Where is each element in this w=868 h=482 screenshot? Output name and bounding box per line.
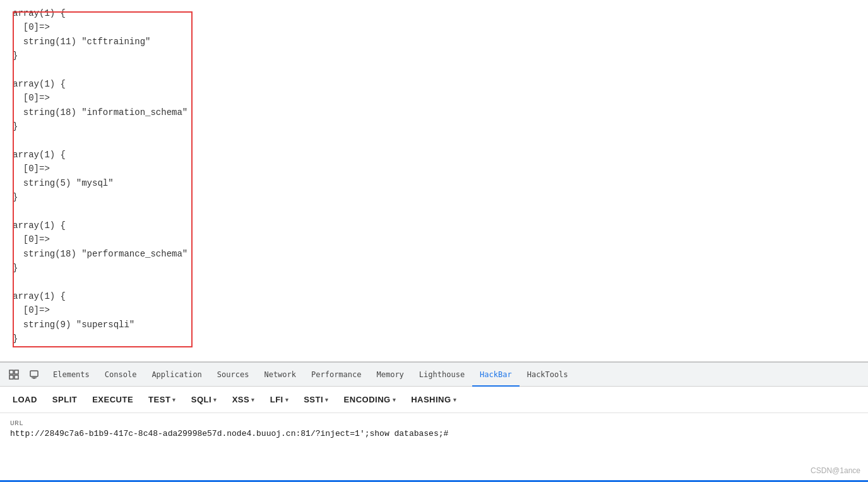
tab-hacktools[interactable]: HackTools bbox=[520, 363, 576, 387]
ssti-button[interactable]: SSTI ▾ bbox=[299, 392, 333, 407]
xss-dropdown-arrow: ▾ bbox=[251, 397, 255, 403]
inspect-icon-btn[interactable] bbox=[5, 366, 23, 383]
code-output: array(1) { [0]=> string(11) "ctftraining… bbox=[13, 6, 855, 361]
encoding-dropdown-arrow: ▾ bbox=[393, 397, 396, 403]
execute-button[interactable]: EXECUTE bbox=[87, 392, 138, 407]
svg-rect-2 bbox=[9, 375, 13, 379]
url-section: URL http://2849c7a6-b1b9-417c-8c48-ada29… bbox=[0, 413, 868, 480]
ssti-dropdown-arrow: ▾ bbox=[325, 397, 329, 403]
tab-hackbar[interactable]: HackBar bbox=[472, 363, 520, 387]
lfi-dropdown-arrow: ▾ bbox=[285, 397, 289, 403]
tab-sources[interactable]: Sources bbox=[210, 363, 257, 387]
tab-performance[interactable]: Performance bbox=[304, 363, 369, 387]
svg-rect-4 bbox=[30, 371, 38, 377]
lfi-button[interactable]: LFI ▾ bbox=[265, 392, 294, 407]
test-dropdown-arrow: ▾ bbox=[172, 397, 176, 403]
devtools-panel: Elements Console Application Sources Net… bbox=[0, 362, 868, 482]
url-label: URL bbox=[10, 419, 858, 427]
tab-memory[interactable]: Memory bbox=[369, 363, 412, 387]
sqli-dropdown-arrow: ▾ bbox=[213, 397, 217, 403]
sqli-button[interactable]: SQLI ▾ bbox=[186, 392, 222, 407]
tab-elements[interactable]: Elements bbox=[45, 363, 97, 387]
tab-application[interactable]: Application bbox=[144, 363, 209, 387]
tab-network[interactable]: Network bbox=[256, 363, 304, 387]
svg-rect-0 bbox=[9, 370, 13, 374]
watermark: CSDN@1ance bbox=[811, 466, 860, 475]
svg-rect-1 bbox=[15, 370, 18, 374]
hackbar-toolbar: LOAD SPLIT EXECUTE TEST ▾ SQLI ▾ XSS ▾ L… bbox=[0, 387, 868, 413]
test-button[interactable]: TEST ▾ bbox=[143, 392, 181, 407]
split-button[interactable]: SPLIT bbox=[47, 392, 82, 407]
xss-button[interactable]: XSS ▾ bbox=[227, 392, 260, 407]
tab-bar: Elements Console Application Sources Net… bbox=[0, 363, 868, 387]
hashing-dropdown-arrow: ▾ bbox=[453, 397, 457, 403]
code-wrapper: array(1) { [0]=> string(11) "ctftraining… bbox=[13, 6, 855, 361]
device-icon-btn[interactable] bbox=[25, 366, 43, 383]
tab-console[interactable]: Console bbox=[97, 363, 145, 387]
svg-rect-3 bbox=[15, 375, 18, 379]
hashing-button[interactable]: HASHING ▾ bbox=[406, 392, 461, 407]
browser-content: array(1) { [0]=> string(11) "ctftraining… bbox=[0, 0, 868, 361]
url-value[interactable]: http://2849c7a6-b1b9-417c-8c48-ada29998e… bbox=[10, 429, 858, 438]
load-button[interactable]: LOAD bbox=[8, 392, 42, 407]
encoding-button[interactable]: ENCODING ▾ bbox=[339, 392, 401, 407]
tab-lighthouse[interactable]: Lighthouse bbox=[412, 363, 472, 387]
